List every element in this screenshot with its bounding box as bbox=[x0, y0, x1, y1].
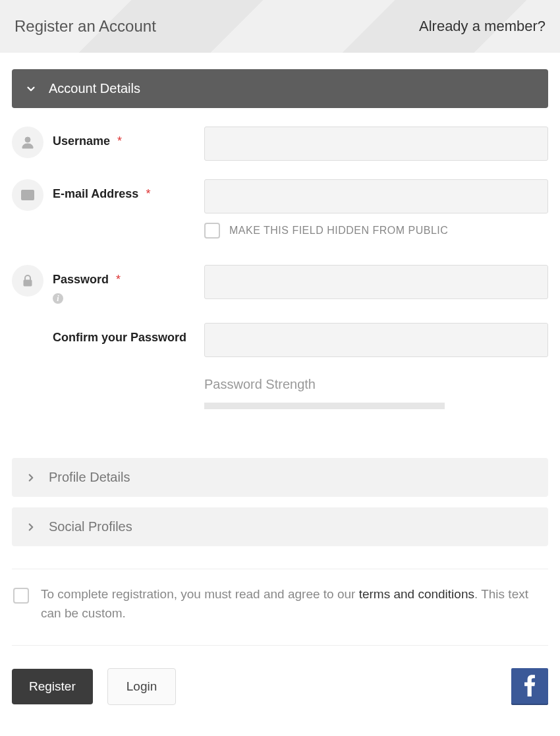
facebook-button[interactable] bbox=[511, 668, 548, 705]
envelope-icon bbox=[12, 179, 43, 211]
username-input[interactable] bbox=[204, 127, 548, 161]
chevron-right-icon bbox=[25, 521, 37, 533]
lock-icon bbox=[12, 265, 43, 297]
section-profile-details-header[interactable]: Profile Details bbox=[12, 458, 548, 497]
divider bbox=[12, 645, 548, 646]
hide-email-row: MAKE THIS FIELD HIDDEN FROM PUBLIC bbox=[204, 223, 548, 239]
page-header: Register an Account Already a member? bbox=[0, 0, 560, 53]
label-username: Username * bbox=[53, 127, 204, 148]
chevron-right-icon bbox=[25, 472, 37, 484]
chevron-down-icon bbox=[25, 83, 37, 95]
row-username: Username * bbox=[12, 127, 548, 161]
hide-email-checkbox[interactable] bbox=[204, 223, 220, 239]
row-password: Password * i bbox=[12, 265, 548, 304]
label-password: Password * i bbox=[53, 265, 204, 304]
hide-email-label: MAKE THIS FIELD HIDDEN FROM PUBLIC bbox=[229, 225, 448, 237]
terms-text: To complete registration, you must read … bbox=[41, 585, 547, 623]
section-account-details-header[interactable]: Account Details bbox=[12, 69, 548, 108]
svg-rect-2 bbox=[24, 280, 32, 286]
account-form: Username * E-mail Address * MAKE THIS FI… bbox=[12, 108, 548, 447]
required-star: * bbox=[146, 187, 150, 200]
password-input[interactable] bbox=[204, 265, 548, 299]
facebook-icon bbox=[522, 674, 537, 699]
required-star: * bbox=[116, 273, 121, 286]
label-confirm-password: Confirm your Password bbox=[53, 323, 204, 345]
section-social-profiles-header[interactable]: Social Profiles bbox=[12, 507, 548, 546]
already-member-link[interactable]: Already a member? bbox=[419, 18, 546, 35]
password-strength-bar bbox=[204, 403, 445, 409]
password-strength-label: Password Strength bbox=[204, 377, 548, 392]
row-confirm-password: Confirm your Password Password Strength bbox=[12, 323, 548, 409]
row-email: E-mail Address * MAKE THIS FIELD HIDDEN … bbox=[12, 179, 548, 239]
page-title: Register an Account bbox=[14, 17, 156, 36]
user-icon bbox=[12, 127, 43, 158]
button-row: Register Login bbox=[12, 662, 548, 705]
required-star: * bbox=[117, 134, 122, 148]
terms-row: To complete registration, you must read … bbox=[12, 585, 548, 623]
register-button[interactable]: Register bbox=[12, 669, 93, 704]
login-button[interactable]: Login bbox=[107, 668, 177, 705]
section-social-title: Social Profiles bbox=[49, 519, 132, 534]
email-input[interactable] bbox=[204, 179, 548, 213]
section-account-title: Account Details bbox=[49, 81, 140, 96]
content: Account Details Username * E-mail Addres… bbox=[0, 53, 560, 705]
terms-link[interactable]: terms and conditions bbox=[359, 587, 474, 601]
label-email: E-mail Address * bbox=[53, 179, 204, 201]
section-profile-title: Profile Details bbox=[49, 470, 130, 485]
svg-point-0 bbox=[25, 137, 30, 142]
info-icon[interactable]: i bbox=[53, 293, 63, 304]
confirm-password-input[interactable] bbox=[204, 323, 548, 357]
terms-checkbox[interactable] bbox=[13, 588, 29, 604]
divider bbox=[12, 569, 548, 569]
